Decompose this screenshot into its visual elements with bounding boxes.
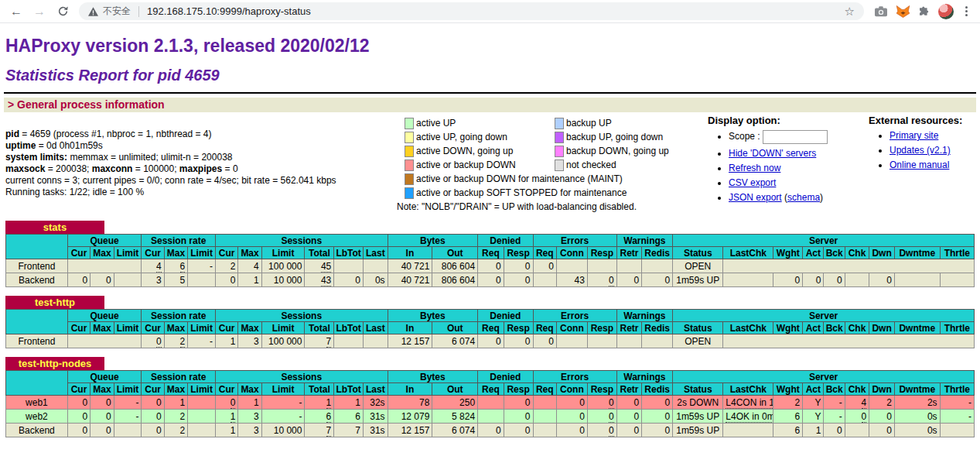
- cell-ereq: [533, 424, 556, 437]
- column-group-header: Denied: [478, 235, 533, 247]
- column-header: Total: [305, 383, 334, 396]
- column-header: Conn: [556, 247, 587, 259]
- cell-rcur: 0: [142, 396, 164, 410]
- cell-qcur: 0: [67, 410, 90, 424]
- cell-wredis: 0: [642, 424, 673, 437]
- external-resource-item: Online manual: [890, 159, 976, 170]
- corner-cell: [6, 235, 68, 259]
- cell-thrtle: [940, 424, 974, 437]
- cell-qlimit: -: [114, 396, 142, 410]
- tooltip-value: 0: [609, 411, 614, 423]
- cell-bin: 40 721: [388, 259, 432, 273]
- column-group-header: Queue: [67, 310, 142, 322]
- proxy-section: statsQueueSession rateSessionsBytesDenie…: [5, 221, 975, 287]
- legend-swatch: [555, 118, 564, 129]
- column-header: Req: [478, 322, 504, 334]
- legend-grid: active UPbackup UPactive UP, going downb…: [405, 116, 708, 200]
- cell-slimit: -: [261, 410, 305, 424]
- forward-icon[interactable]: →: [29, 2, 50, 22]
- screenshot-camera-icon[interactable]: [872, 2, 890, 21]
- column-header: Dwntme: [894, 322, 940, 334]
- browser-menu-icon[interactable]: [958, 2, 974, 21]
- header-group-row: QueueSession rateSessionsBytesDeniedErro…: [6, 371, 975, 383]
- cell-bck: 0: [824, 273, 845, 287]
- external-resource-link[interactable]: Primary site: [890, 130, 938, 141]
- bookmark-star-icon[interactable]: ☆: [845, 5, 855, 19]
- column-header: Max: [90, 322, 114, 334]
- json-export-link[interactable]: JSON export: [729, 192, 782, 203]
- display-option-link[interactable]: Refresh now: [729, 163, 780, 173]
- tooltip-value: 6: [326, 411, 332, 423]
- process-info-text: = 0: [222, 163, 237, 174]
- schema-link[interactable]: schema: [787, 192, 820, 203]
- column-group-header: Bytes: [388, 371, 478, 383]
- cell-lastchk: [723, 273, 773, 287]
- metamask-fox-icon[interactable]: [893, 2, 912, 21]
- column-header: Limit: [114, 247, 142, 259]
- cell-lastchk: [723, 424, 773, 437]
- section-heading: > General process information: [4, 98, 976, 112]
- legend-swatch: [405, 187, 414, 199]
- scope-input[interactable]: [763, 130, 828, 144]
- proxy-name-link[interactable]: test-http-nodes: [19, 358, 92, 369]
- proxy-name-link[interactable]: test-http: [35, 297, 75, 308]
- column-header: Total: [305, 247, 334, 259]
- security-label: 不安全: [103, 5, 131, 18]
- address-bar[interactable]: 不安全 192.168.175.10:9999/haproxy-status ☆: [79, 2, 864, 20]
- cell-bin: 12 157: [388, 424, 432, 437]
- tooltip-value: 0: [230, 397, 236, 409]
- cell-lastchk: [723, 334, 975, 348]
- display-option-link[interactable]: CSV export: [729, 177, 776, 188]
- tooltip-value: L4OK in 0ms: [726, 411, 773, 423]
- column-header: Conn: [556, 383, 587, 396]
- column-header: Conn: [556, 322, 587, 334]
- column-header: Max: [238, 247, 261, 259]
- external-resources-list: Primary siteUpdates (v2.1)Online manual: [869, 130, 976, 170]
- column-header: Wght: [773, 383, 803, 396]
- column-group-header: Queue: [67, 371, 142, 383]
- cell-slimit: 100 000: [261, 259, 305, 273]
- column-group-header: Warnings: [616, 235, 672, 247]
- legend-label: backup UP, going down: [566, 132, 663, 142]
- external-resource-link[interactable]: Online manual: [890, 159, 949, 170]
- external-resource-item: Updates (v2.1): [890, 145, 976, 156]
- legend-swatch: [405, 159, 414, 171]
- cell-wght: 2: [773, 396, 803, 410]
- cell-slast: 32s: [364, 396, 388, 410]
- tooltip-value: 0: [862, 411, 867, 423]
- cell-lbtot: 7: [334, 424, 364, 437]
- column-header: Retr: [616, 247, 642, 259]
- cell-eresp: 0: [587, 273, 616, 287]
- cell-dresp: 0: [504, 396, 533, 410]
- column-header: Max: [164, 322, 187, 334]
- legend-item: backup UP: [555, 116, 708, 130]
- process-info-text: = 100000;: [132, 163, 179, 174]
- column-group-header: Queue: [67, 235, 142, 247]
- column-header: Resp: [587, 383, 616, 396]
- column-header: Last: [364, 247, 388, 259]
- proxy-section: test-httpQueueSession rateSessionsBytesD…: [5, 296, 975, 348]
- cell-rcur: 3: [142, 273, 164, 287]
- cell-slimit: 100 000: [261, 334, 305, 348]
- proxy-stats-table: QueueSession rateSessionsBytesDeniedErro…: [5, 370, 975, 437]
- column-header: Act: [803, 322, 824, 334]
- process-info-text: = 0d 0h01m59s: [36, 140, 102, 151]
- extensions-puzzle-icon[interactable]: [915, 2, 934, 21]
- refresh-icon[interactable]: [53, 2, 73, 22]
- profile-avatar[interactable]: [937, 2, 955, 21]
- cell-rcur: 0: [142, 334, 164, 348]
- column-header: Limit: [188, 247, 216, 259]
- column-header: LbTot: [334, 322, 364, 334]
- process-info-text: = 4659 (process #1, nbproc = 1, nbthread…: [19, 129, 212, 139]
- tooltip-value: 6: [180, 261, 186, 273]
- cell-eresp: 0: [587, 396, 616, 410]
- external-resource-link[interactable]: Updates (v2.1): [890, 145, 951, 156]
- row-label: Backend: [6, 273, 68, 287]
- column-header: Bck: [824, 247, 845, 259]
- display-option-link[interactable]: Hide 'DOWN' servers: [729, 148, 816, 159]
- back-icon[interactable]: ←: [6, 2, 26, 22]
- cell-wredis: 0: [642, 396, 673, 410]
- table-row: web200-0213-6631s12 0795 824000001m59s U…: [6, 410, 975, 424]
- proxy-name-link[interactable]: stats: [43, 221, 67, 233]
- cell-lastchk: L4CON in 1ms: [723, 396, 773, 410]
